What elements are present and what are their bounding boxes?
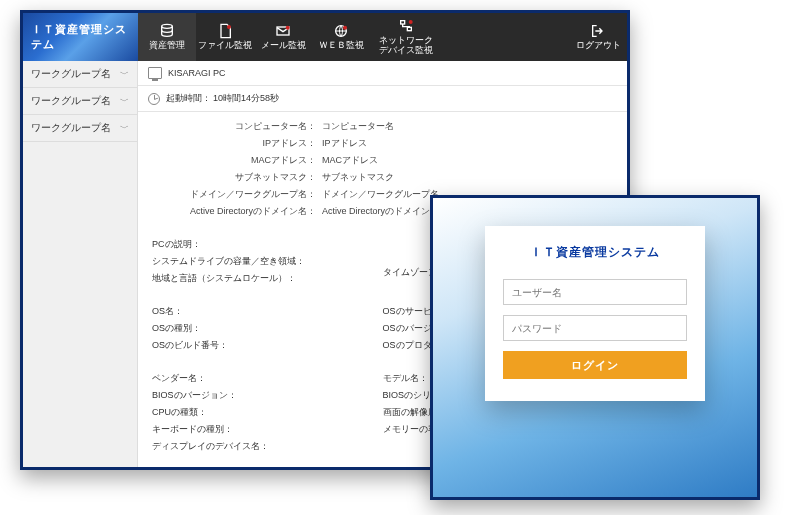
sidebar-item-label: ワークグループ名: [31, 94, 111, 108]
prop-value: IPアドレス: [322, 137, 367, 150]
svg-rect-6: [401, 21, 405, 24]
sidebar-item[interactable]: ワークグループ名﹀: [23, 88, 137, 115]
username-field[interactable]: [503, 279, 687, 305]
prop-row: IPアドレス：IPアドレス: [152, 135, 613, 152]
nav-network[interactable]: ネットワーク デバイス監視: [370, 13, 442, 61]
prop-label: OS名：: [152, 303, 383, 320]
nav-web[interactable]: ＷＥＢ監視: [312, 13, 370, 61]
prop-label: システムドライブの容量／空き領域：: [152, 253, 383, 270]
uptime-label: 起動時間：: [166, 92, 211, 105]
sidebar-item-label: ワークグループ名: [31, 121, 111, 135]
nav-asset[interactable]: 資産管理: [138, 13, 196, 61]
password-field[interactable]: [503, 315, 687, 341]
prop-value: サブネットマスク: [322, 171, 394, 184]
brand-logo: ＩＴ資産管理システム: [23, 13, 138, 61]
prop-label: BIOSのバージョン：: [152, 387, 383, 404]
nav-label: ネットワーク デバイス監視: [379, 36, 433, 56]
logout-icon: [589, 23, 607, 39]
mail-icon: [274, 23, 292, 39]
prop-label: 地域と言語（システムロケール）：: [152, 270, 383, 287]
nav-label: ＷＥＢ監視: [319, 41, 364, 51]
login-button[interactable]: ログイン: [503, 351, 687, 379]
globe-icon: [332, 23, 350, 39]
prop-value: MACアドレス: [322, 154, 378, 167]
prop-row: サブネットマスク：サブネットマスク: [152, 169, 613, 186]
nav-spacer: [442, 13, 569, 61]
prop-key: Active Directoryのドメイン名：: [152, 205, 322, 218]
svg-point-0: [162, 24, 173, 28]
prop-label: ベンダー名：: [152, 370, 383, 387]
clock-icon: [148, 93, 160, 105]
pc-icon: [148, 67, 162, 79]
prop-label: キーボードの種別：: [152, 421, 383, 438]
nav-file[interactable]: ファイル監視: [196, 13, 254, 61]
prop-row: MACアドレス：MACアドレス: [152, 152, 613, 169]
nav-label: 資産管理: [149, 41, 185, 51]
nav-mail[interactable]: メール監視: [254, 13, 312, 61]
sidebar-item[interactable]: ワークグループ名﹀: [23, 115, 137, 142]
network-icon: [397, 18, 415, 34]
svg-point-8: [409, 20, 413, 24]
prop-value: ドメイン／ワークグループ名: [322, 188, 439, 201]
topbar: ＩＴ資産管理システム 資産管理 ファイル監視 メール監視 ＷＥＢ監視 ネットワー…: [23, 13, 627, 61]
database-icon: [158, 23, 176, 39]
nav-logout[interactable]: ログアウト: [569, 13, 627, 61]
sidebar-item-label: ワークグループ名: [31, 67, 111, 81]
login-title: ＩＴ資産管理システム: [503, 244, 687, 261]
login-window: ＩＴ資産管理システム ログイン: [430, 195, 760, 500]
document-icon: [216, 23, 234, 39]
prop-label: OSのビルド番号：: [152, 337, 383, 354]
sidebar: ワークグループ名﹀ ワークグループ名﹀ ワークグループ名﹀: [23, 61, 138, 467]
nav-label: ログアウト: [576, 41, 621, 51]
pc-row: KISARAGI PC: [138, 61, 627, 86]
prop-key: IPアドレス：: [152, 137, 322, 150]
svg-point-5: [343, 26, 347, 30]
uptime-value: 10時間14分58秒: [213, 92, 279, 105]
prop-key: ドメイン／ワークグループ名：: [152, 188, 322, 201]
prop-key: コンピューター名：: [152, 120, 322, 133]
nav-label: ファイル監視: [198, 41, 252, 51]
login-card: ＩＴ資産管理システム ログイン: [485, 226, 705, 401]
pc-name: KISARAGI PC: [168, 68, 226, 78]
chevron-down-icon: ﹀: [120, 95, 129, 108]
prop-label: OSの種別：: [152, 320, 383, 337]
prop-row: コンピューター名：コンピューター名: [152, 118, 613, 135]
prop-key: サブネットマスク：: [152, 171, 322, 184]
prop-label: ディスプレイのデバイス名：: [152, 438, 383, 455]
prop-key: MACアドレス：: [152, 154, 322, 167]
sidebar-item[interactable]: ワークグループ名﹀: [23, 61, 137, 88]
prop-value: Active Directoryのドメイン名: [322, 205, 439, 218]
svg-point-1: [227, 25, 231, 29]
chevron-down-icon: ﹀: [120, 122, 129, 135]
prop-label: CPUの種類：: [152, 404, 383, 421]
prop-label: PCの説明：: [152, 236, 383, 253]
svg-point-3: [286, 26, 290, 30]
svg-rect-7: [407, 27, 411, 30]
prop-value: コンピューター名: [322, 120, 394, 133]
chevron-down-icon: ﹀: [120, 68, 129, 81]
uptime-row: 起動時間： 10時間14分58秒: [138, 86, 627, 112]
nav-label: メール監視: [261, 41, 306, 51]
